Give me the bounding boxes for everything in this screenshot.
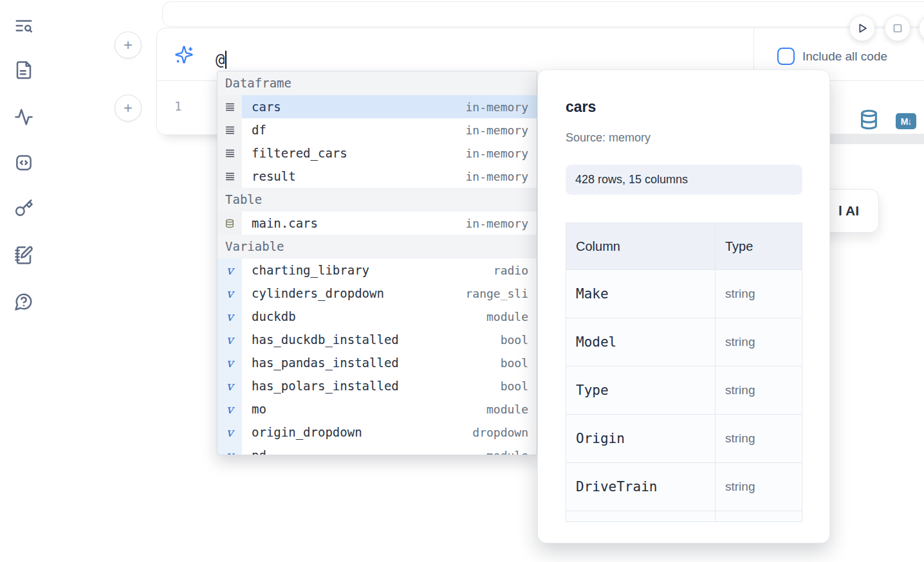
schema-row: Originstring (566, 415, 802, 463)
completion-name: cylinders_dropdown (242, 286, 384, 300)
schema-col-type: string (716, 318, 802, 366)
completion-type: range_sli (465, 287, 537, 300)
marimo-notebook: + + @ Include all code 1 l AI M↓ (0, 0, 924, 562)
completion-type: bool (501, 356, 537, 370)
completion-name: charting_library (242, 263, 369, 277)
autocomplete-item-has_pandas_installed[interactable]: vhas_pandas_installedbool (217, 351, 537, 374)
line-number: 1 (174, 99, 181, 113)
schema-col-type: string (716, 270, 802, 318)
schema-col-type: string (716, 367, 802, 414)
schema-col-name: Origin (566, 415, 716, 462)
schema-col-name: Make (566, 270, 716, 318)
completion-name: df (242, 123, 266, 137)
add-cell-below-button[interactable]: + (115, 95, 142, 122)
completion-name: filtered_cars (242, 146, 347, 160)
previous-cell-fragment (162, 1, 924, 27)
dataframe-rows-icon (217, 95, 242, 118)
schema-header-row: ColumnType (566, 223, 802, 270)
variable-v-icon: v (217, 282, 242, 305)
dataframe-preview-panel: cars Source: memory 428 rows, 15 columns… (537, 69, 830, 543)
table-database-icon (217, 212, 242, 235)
autocomplete-item-pd[interactable]: vpdmodule (217, 444, 537, 455)
completion-name: origin_dropdown (242, 425, 362, 439)
autocomplete-item-cylinders_dropdown[interactable]: vcylinders_dropdownrange_sli (217, 282, 537, 305)
include-all-code-checkbox[interactable] (777, 48, 795, 65)
include-all-code-label: Include all code (802, 48, 887, 65)
variable-v-icon: v (217, 421, 242, 444)
output-scrollbar-track[interactable] (824, 134, 924, 144)
variable-v-icon: v (217, 444, 242, 455)
schema-header-column: Column (566, 223, 716, 269)
variable-v-icon: v (217, 374, 242, 397)
help-chat-icon[interactable] (12, 289, 36, 314)
autocomplete-item-result[interactable]: resultin-memory (217, 165, 537, 188)
completion-name: cars (242, 100, 281, 114)
variable-v-icon: v (217, 305, 242, 328)
ai-button-label-fragment: l AI (838, 190, 859, 232)
variable-v-icon: v (217, 328, 242, 351)
schema-col-type (716, 511, 802, 522)
schema-col-name: DriveTrain (566, 463, 716, 511)
completion-name: has_polars_installed (242, 379, 399, 393)
completion-type: bool (501, 333, 537, 347)
schema-header-type: Type (716, 223, 802, 269)
file-text-icon[interactable] (12, 58, 36, 82)
shape-badge: 428 rows, 15 columns (566, 165, 802, 195)
panel-title: cars (566, 98, 596, 116)
autocomplete-section-table: Table (217, 188, 537, 212)
autocomplete-item-duckdb[interactable]: vduckdbmodule (217, 305, 537, 328)
completion-type: module (486, 403, 537, 416)
schema-col-name: Model (566, 318, 716, 366)
autocomplete-dropdown: Dataframecarsin-memorydfin-memoryfiltere… (217, 71, 537, 455)
autocomplete-list: Dataframecarsin-memorydfin-memoryfiltere… (217, 71, 537, 455)
run-cell-button[interactable] (849, 15, 875, 41)
sparkles-icon (174, 45, 194, 64)
schema-row: DriveTrainstring (566, 463, 802, 511)
autocomplete-item-df[interactable]: dfin-memory (217, 118, 537, 141)
completion-type: in-memory (465, 170, 537, 183)
schema-col-name (566, 511, 716, 522)
sidebar (0, 0, 46, 562)
completion-type: in-memory (465, 123, 537, 137)
ai-prompt-input[interactable]: @ (216, 51, 226, 69)
schema-row: Modelstring (566, 318, 802, 367)
variable-v-icon: v (217, 351, 242, 374)
key-icon[interactable] (12, 196, 36, 221)
autocomplete-item-has_polars_installed[interactable]: vhas_polars_installedbool (217, 374, 537, 397)
completion-type: module (486, 449, 537, 456)
completion-type: module (486, 310, 537, 323)
completion-type: bool (501, 379, 537, 393)
markdown-export-icon[interactable]: M↓ (896, 113, 916, 129)
completion-name: has_duckdb_installed (242, 332, 399, 347)
add-cell-above-button[interactable]: + (115, 32, 142, 59)
variable-v-icon: v (217, 397, 242, 421)
database-icon[interactable] (860, 109, 878, 131)
completion-name: main.cars (242, 216, 318, 230)
autocomplete-item-mo[interactable]: vmomodule (217, 397, 537, 421)
schema-col-name: Type (566, 367, 716, 414)
schema-table: ColumnTypeMakestringModelstringTypestrin… (566, 222, 802, 522)
variable-v-icon: v (217, 258, 242, 282)
completion-name: has_pandas_installed (242, 356, 399, 370)
autocomplete-item-charting_library[interactable]: vcharting_libraryradio (217, 258, 537, 282)
schema-col-type: string (716, 415, 802, 462)
completion-type: in-memory (465, 100, 537, 114)
text-cursor (225, 51, 226, 69)
autocomplete-item-cars[interactable]: carsin-memory (217, 95, 537, 118)
completion-type: in-memory (465, 217, 537, 230)
autocomplete-section-variable: Variable (217, 235, 537, 258)
code-square-icon[interactable] (12, 150, 36, 175)
schema-row (566, 511, 802, 522)
autocomplete-item-filtered_cars[interactable]: filtered_carsin-memory (217, 141, 537, 165)
autocomplete-item-has_duckdb_installed[interactable]: vhas_duckdb_installedbool (217, 328, 537, 351)
autocomplete-section-dataframe: Dataframe (217, 71, 537, 95)
schema-row: Typestring (566, 367, 802, 415)
autocomplete-item-main.cars[interactable]: main.carsin-memory (217, 212, 537, 235)
notebook-pen-icon[interactable] (12, 243, 36, 267)
activity-icon[interactable] (12, 105, 36, 129)
play-icon (855, 21, 869, 35)
stop-button[interactable] (885, 15, 910, 41)
autocomplete-item-origin_dropdown[interactable]: vorigin_dropdowndropdown (217, 421, 537, 444)
completion-type: dropdown (472, 426, 537, 439)
text-search-icon[interactable] (12, 14, 36, 38)
